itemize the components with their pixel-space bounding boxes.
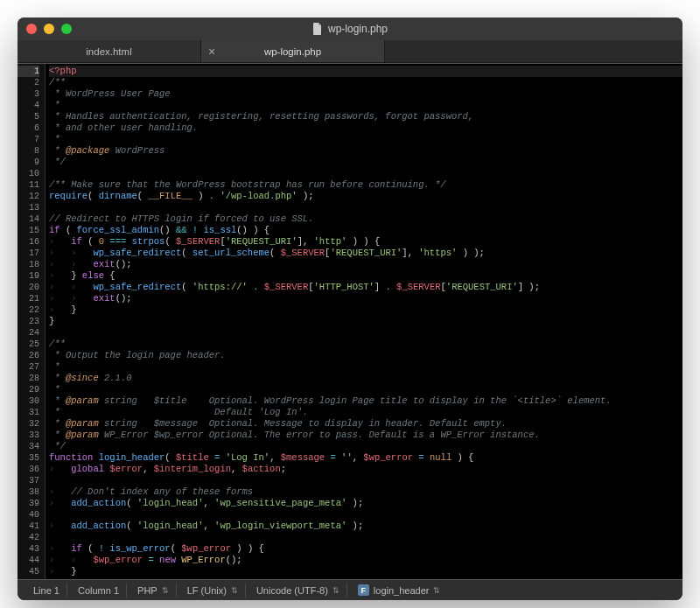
code-line[interactable]: › › wp_safe_redirect( set_url_scheme( $_… — [49, 248, 682, 259]
code-line[interactable] — [49, 168, 682, 179]
tab-index-html[interactable]: index.html — [18, 40, 201, 62]
line-number[interactable]: 23 — [18, 316, 39, 327]
titlebar[interactable]: wp-login.php — [18, 17, 682, 40]
line-number[interactable]: 13 — [18, 202, 39, 213]
code-line[interactable]: › › wp_safe_redirect( 'https://' . $_SER… — [49, 282, 682, 293]
code-line[interactable]: * — [49, 384, 682, 395]
code-line[interactable]: if ( force_ssl_admin() && ! is_ssl() ) { — [49, 225, 682, 236]
line-number[interactable]: 38 — [18, 486, 39, 498]
code-line[interactable]: */ — [49, 441, 682, 452]
line-number[interactable]: 7 — [18, 134, 39, 145]
code-line[interactable]: › } else { — [49, 270, 682, 282]
status-line-endings[interactable]: LF (Unix)⇅ — [180, 584, 246, 598]
line-number[interactable]: 29 — [18, 384, 39, 395]
code-line[interactable]: › if ( ! is_wp_error( $wp_error ) ) { — [49, 543, 682, 555]
line-number[interactable]: 27 — [18, 361, 39, 373]
code-line[interactable]: * Handles authentication, registering, r… — [49, 111, 682, 122]
code-line[interactable]: /** Make sure that the WordPress bootstr… — [49, 179, 682, 191]
code-line[interactable]: /** — [49, 77, 682, 88]
line-number[interactable]: 34 — [18, 441, 39, 452]
line-number[interactable]: 44 — [18, 555, 39, 566]
status-line[interactable]: Line 1 — [26, 584, 67, 598]
code-line[interactable]: › add_action( 'login_head', 'wp_sensitiv… — [49, 498, 682, 509]
status-symbol[interactable]: F login_header ⇅ — [351, 584, 448, 598]
line-number[interactable]: 16 — [18, 236, 39, 248]
line-number[interactable]: 28 — [18, 373, 39, 384]
code-line[interactable]: /** — [49, 339, 682, 350]
code-line[interactable]: * — [49, 361, 682, 373]
code-line[interactable]: › add_action( 'login_head', 'wp_login_vi… — [49, 521, 682, 532]
line-number[interactable]: 19 — [18, 270, 39, 282]
zoom-icon[interactable] — [61, 24, 72, 34]
minimize-icon[interactable] — [44, 24, 54, 34]
code-line[interactable]: › › exit(); — [49, 293, 682, 304]
status-column[interactable]: Column 1 — [71, 584, 127, 598]
line-number-gutter[interactable]: 1234567891011121314151617181920212223242… — [18, 64, 46, 579]
code-line[interactable]: // Redirect to HTTPS login if forced to … — [49, 213, 682, 225]
code-line[interactable]: › › $wp_error = new WP_Error(); — [49, 555, 682, 566]
line-number[interactable]: 45 — [18, 566, 39, 577]
code-line[interactable]: * — [49, 100, 682, 111]
line-number[interactable]: 39 — [18, 498, 39, 509]
status-language[interactable]: PHP⇅ — [130, 584, 177, 598]
close-icon[interactable] — [26, 24, 37, 34]
line-number[interactable]: 43 — [18, 543, 39, 555]
line-number[interactable]: 32 — [18, 418, 39, 430]
code-line[interactable]: * @param string $message Optional. Messa… — [49, 418, 682, 430]
line-number[interactable]: 35 — [18, 452, 39, 464]
code-line[interactable]: * @param string $title Optional. WordPre… — [49, 395, 682, 407]
code-line[interactable]: function login_header( $title = 'Log In'… — [49, 452, 682, 464]
line-number[interactable]: 42 — [18, 532, 39, 543]
line-number[interactable]: 31 — [18, 407, 39, 418]
line-number[interactable]: 30 — [18, 395, 39, 407]
code-line[interactable]: * WordPress User Page — [49, 88, 682, 100]
line-number[interactable]: 24 — [18, 327, 39, 339]
line-number[interactable]: 20 — [18, 282, 39, 293]
code-line[interactable]: * — [49, 134, 682, 145]
code-line[interactable]: › // Don't index any of these forms — [49, 486, 682, 498]
code-line[interactable] — [49, 202, 682, 213]
line-number[interactable]: 9 — [18, 157, 39, 168]
line-number[interactable]: 26 — [18, 350, 39, 361]
code-line[interactable]: * and other user handling. — [49, 122, 682, 134]
code-line[interactable]: require( dirname( __FILE__ ) . '/wp-load… — [49, 191, 682, 202]
close-tab-icon[interactable]: × — [208, 45, 215, 58]
code-line[interactable]: */ — [49, 157, 682, 168]
code-line[interactable]: <?php — [49, 66, 682, 77]
code-line[interactable]: * @param WP_Error $wp_error Optional. Th… — [49, 430, 682, 441]
line-number[interactable]: 25 — [18, 339, 39, 350]
line-number[interactable]: 14 — [18, 213, 39, 225]
line-number[interactable]: 17 — [18, 248, 39, 259]
line-number[interactable]: 5 — [18, 111, 39, 122]
code-content[interactable]: <?php/** * WordPress User Page * * Handl… — [46, 64, 682, 579]
code-line[interactable] — [49, 327, 682, 339]
line-number[interactable]: 36 — [18, 464, 39, 475]
line-number[interactable]: 4 — [18, 100, 39, 111]
line-number[interactable]: 33 — [18, 430, 39, 441]
line-number[interactable]: 12 — [18, 191, 39, 202]
tab-wp-login-php[interactable]: × wp-login.php — [201, 40, 385, 62]
line-number[interactable]: 21 — [18, 293, 39, 304]
editor-area[interactable]: 1234567891011121314151617181920212223242… — [18, 63, 682, 579]
line-number[interactable]: 8 — [18, 145, 39, 157]
code-line[interactable]: * @package WordPress — [49, 145, 682, 157]
code-line[interactable]: * Output the login page header. — [49, 350, 682, 361]
code-line[interactable]: › › exit(); — [49, 259, 682, 270]
line-number[interactable]: 10 — [18, 168, 39, 179]
code-line[interactable] — [49, 475, 682, 486]
code-line[interactable] — [49, 509, 682, 521]
code-line[interactable]: › } — [49, 566, 682, 577]
code-line[interactable]: } — [49, 316, 682, 327]
status-encoding[interactable]: Unicode (UTF-8)⇅ — [249, 584, 347, 598]
line-number[interactable]: 2 — [18, 77, 39, 88]
line-number[interactable]: 41 — [18, 521, 39, 532]
line-number[interactable]: 18 — [18, 259, 39, 270]
code-line[interactable]: › global $error, $interim_login, $action… — [49, 464, 682, 475]
line-number[interactable]: 3 — [18, 88, 39, 100]
code-line[interactable]: › } — [49, 304, 682, 316]
line-number[interactable]: 1 — [18, 66, 39, 77]
line-number[interactable]: 15 — [18, 225, 39, 236]
code-line[interactable] — [49, 532, 682, 543]
line-number[interactable]: 37 — [18, 475, 39, 486]
line-number[interactable]: 40 — [18, 509, 39, 521]
